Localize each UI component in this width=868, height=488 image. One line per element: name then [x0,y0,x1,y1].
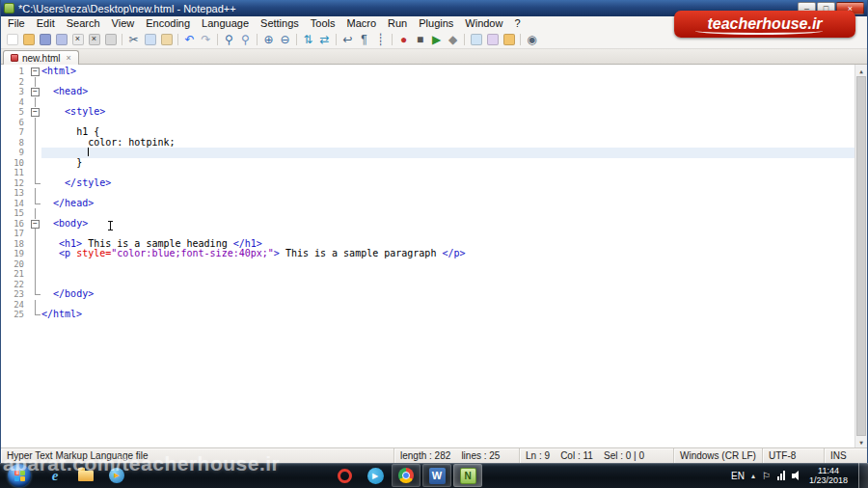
close-all-icon: × [89,34,100,45]
menu-item-view[interactable]: View [106,16,141,30]
line-number: 19 [1,249,29,259]
code-text[interactable] [41,259,854,270]
code-text[interactable] [41,77,854,88]
fold-toggle-icon[interactable]: − [29,67,41,77]
vertical-scrollbar[interactable]: ▲ ▼ [854,65,867,447]
sync-horizontal-icon[interactable]: ⇄ [316,31,333,47]
volume-icon[interactable] [792,471,799,480]
status-insert-mode[interactable]: INS [825,448,867,463]
zoom-out-icon[interactable]: ⊖ [277,31,293,47]
new-file-icon[interactable] [4,31,20,47]
code-text[interactable]: </style> [41,178,854,189]
menu-item-window[interactable]: Window [459,16,508,30]
menu-item-tools[interactable]: Tools [305,16,341,30]
clock[interactable]: 11:44 1/23/2018 [805,466,852,485]
fold-margin [29,229,41,239]
menu-item-plugins[interactable]: Plugins [413,16,459,30]
monitoring-icon[interactable]: ◉ [524,31,540,47]
code-text[interactable]: <style> [41,107,854,118]
status-eol-format[interactable]: Windows (CR LF) [674,448,763,463]
show-all-characters-icon[interactable]: ¶ [356,31,372,47]
indent-guide-icon[interactable]: ┊ [372,31,389,47]
notepadpp-taskbar-icon[interactable]: N [453,464,482,487]
code-text[interactable]: <p style="color:blue;font-size:40px;"> T… [41,249,854,259]
menu-item-edit[interactable]: Edit [31,16,61,30]
status-length-lines: length : 282 lines : 25 [394,448,520,463]
code-text[interactable] [41,148,854,158]
language-indicator[interactable]: EN [731,471,745,481]
print-icon[interactable] [102,31,119,47]
menu-item-language[interactable]: Language [196,16,255,30]
tab-close-icon[interactable]: × [66,53,70,63]
zoom-in-icon: ⊕ [263,34,275,45]
menu-item-settings[interactable]: Settings [255,16,305,30]
play-macro-icon[interactable]: ▶ [428,31,445,47]
code-text[interactable] [41,97,854,108]
fold-toggle-icon[interactable]: − [29,219,41,230]
scroll-up-arrow-icon[interactable]: ▲ [855,65,867,76]
code-text[interactable]: <head> [41,87,854,97]
fold-toggle-icon[interactable]: − [29,107,41,118]
scroll-down-arrow-icon[interactable]: ▼ [855,436,867,447]
find-icon[interactable]: ⚲ [221,31,237,47]
replace-icon[interactable]: ⚲ [237,31,254,47]
word-icon[interactable]: W [422,464,451,487]
code-text[interactable] [41,280,854,290]
show-desktop-button[interactable] [858,463,868,488]
copy-icon[interactable] [142,31,158,47]
menu-item-macro[interactable]: Macro [340,16,382,30]
menu-item-encoding[interactable]: Encoding [140,16,196,30]
code-text[interactable]: </head> [41,199,854,209]
stop-macro-icon[interactable]: ■ [412,31,428,47]
folder-as-workspace-icon[interactable] [501,31,517,47]
chrome-icon[interactable] [392,464,420,487]
zoom-in-icon[interactable]: ⊕ [260,31,277,47]
save-macro-icon[interactable]: ◆ [445,31,461,47]
telegram-icon[interactable]: ▶ [361,464,390,487]
menu-item-help[interactable]: ? [508,16,526,30]
paste-icon[interactable] [158,31,175,47]
close-file-icon[interactable]: × [69,31,86,47]
fold-toggle-icon[interactable]: − [29,87,41,97]
opera-icon[interactable] [330,464,359,487]
code-text[interactable]: } [41,158,854,169]
code-text[interactable] [41,300,854,311]
editor-line-13: 13 [1,188,854,199]
code-text[interactable]: </html> [41,310,854,320]
menu-item-run[interactable]: Run [382,16,413,30]
sync-vertical-icon[interactable]: ⇅ [300,31,316,47]
undo-icon[interactable]: ↶ [181,31,198,47]
tab-new-html[interactable]: new.html × [3,50,79,65]
function-list-icon[interactable] [484,31,501,47]
code-text[interactable]: <html> [41,67,854,77]
watermark: aparat.com/teacherhouse.ir [3,452,280,475]
redo-icon[interactable]: ↷ [198,31,214,47]
code-text[interactable] [41,168,854,178]
open-file-icon[interactable] [20,31,37,47]
scroll-thumb[interactable] [856,76,866,436]
code-text[interactable] [41,208,854,219]
cut-icon[interactable]: ✂ [125,31,142,47]
code-text[interactable]: </body> [41,289,854,300]
save-icon[interactable] [37,31,53,47]
code-text[interactable] [41,269,854,280]
tray-time: 11:44 [818,466,839,475]
code-text[interactable] [41,118,854,128]
code-text[interactable]: <body> [41,219,854,230]
fold-margin [29,118,41,128]
close-all-icon[interactable]: × [86,31,102,47]
notepadpp-taskbar-icon: N [460,468,476,484]
action-center-flag-icon[interactable]: ⚐ [762,471,771,481]
network-icon[interactable] [777,471,785,480]
word-wrap-icon[interactable]: ↩ [339,31,356,47]
status-encoding[interactable]: UTF-8 [763,448,825,463]
hidden-icons-chevron-icon[interactable]: ▴ [751,472,755,480]
code-text[interactable] [41,188,854,199]
editor[interactable]: 1−<html>23− <head>45− <style>67 h1 {8 co… [1,65,867,447]
menu-item-search[interactable]: Search [61,16,106,30]
document-map-icon[interactable] [468,31,484,47]
code-text[interactable]: color: hotpink; [41,138,854,149]
menu-item-file[interactable]: File [2,16,31,30]
record-macro-icon[interactable]: ● [395,31,412,47]
save-all-icon[interactable] [53,31,69,47]
